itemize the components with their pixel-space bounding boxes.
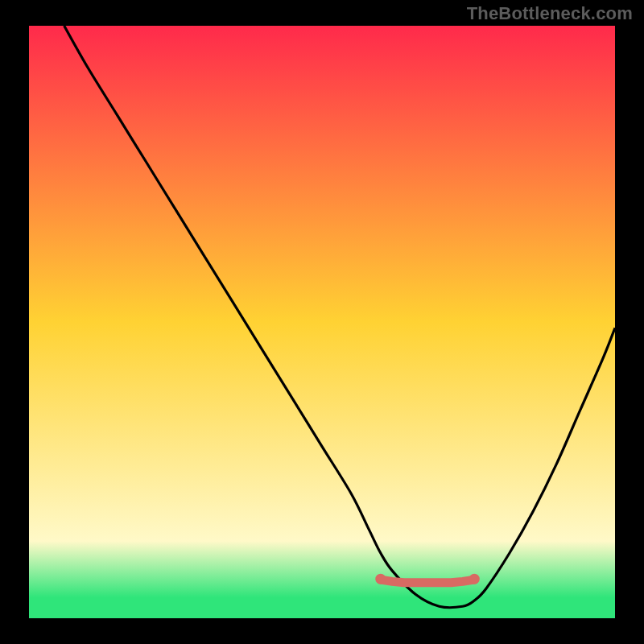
marker-dot-right — [469, 574, 480, 584]
watermark-text: TheBottleneck.com — [467, 3, 633, 24]
marker-line — [381, 580, 474, 583]
chart-svg — [0, 0, 644, 644]
chart-stage: TheBottleneck.com — [0, 0, 644, 644]
marker-dot-left — [375, 574, 386, 584]
